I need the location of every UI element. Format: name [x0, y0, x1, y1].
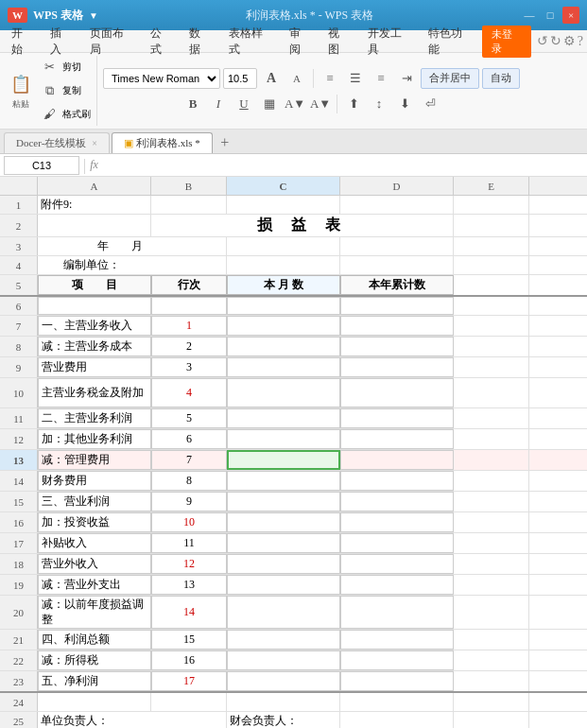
cell-C11[interactable]	[227, 408, 340, 428]
menu-insert[interactable]: 插入	[43, 24, 79, 60]
cell-B7[interactable]: 1	[151, 316, 227, 336]
cell-C7[interactable]	[227, 316, 340, 336]
menu-view[interactable]: 视图	[320, 24, 357, 60]
cut-button[interactable]: ✂	[38, 56, 60, 78]
cell-B18[interactable]: 12	[151, 554, 227, 574]
cell-E14[interactable]	[454, 471, 529, 491]
italic-button[interactable]: I	[207, 93, 230, 115]
cell-C13[interactable]	[227, 450, 340, 470]
cell-C14[interactable]	[227, 471, 340, 491]
menu-features[interactable]: 特色功能	[421, 24, 480, 60]
cell-E2[interactable]	[454, 215, 529, 236]
cell-C19[interactable]	[227, 575, 340, 595]
cell-C12[interactable]	[227, 429, 340, 449]
auto-button[interactable]: 自动	[482, 68, 520, 89]
cell-D19[interactable]	[340, 575, 454, 595]
doc-tab-docer-close[interactable]: ×	[92, 138, 97, 148]
cell-E19[interactable]	[454, 575, 529, 595]
cell-D20[interactable]	[340, 596, 454, 629]
cell-E17[interactable]	[454, 533, 529, 553]
cell-A9[interactable]: 营业费用	[38, 357, 151, 377]
cell-E15[interactable]	[454, 492, 529, 511]
cell-C15[interactable]	[227, 492, 340, 511]
cell-A5[interactable]: 项 目	[38, 275, 151, 295]
cell-A22[interactable]: 减：所得税	[38, 650, 151, 670]
cell-B14[interactable]: 8	[151, 471, 227, 491]
cell-A14[interactable]: 财务费用	[38, 471, 151, 491]
cell-A3[interactable]: 年 月	[38, 237, 227, 255]
col-header-C[interactable]: C	[227, 177, 340, 195]
cell-B24[interactable]	[151, 693, 227, 711]
dropdown-arrow[interactable]: ▼	[89, 10, 98, 21]
cell-B10[interactable]: 4	[151, 378, 227, 407]
cell-D11[interactable]	[340, 408, 454, 428]
cell-B15[interactable]: 9	[151, 492, 227, 511]
cell-E13[interactable]	[454, 450, 529, 470]
menu-page-layout[interactable]: 页面布局	[82, 24, 142, 60]
cell-D23[interactable]	[340, 671, 454, 691]
valign-mid-button[interactable]: ↕	[368, 93, 390, 115]
cell-B17[interactable]: 11	[151, 533, 227, 553]
doc-tab-add-button[interactable]: +	[215, 132, 235, 153]
align-right-button[interactable]: ≡	[370, 67, 392, 90]
cell-E10[interactable]	[454, 378, 529, 407]
cell-B9[interactable]: 3	[151, 357, 227, 377]
font-size-input[interactable]	[223, 68, 257, 89]
cell-A1[interactable]: 附件9:	[38, 196, 151, 214]
font-color-button[interactable]: A▼	[309, 93, 332, 115]
cell-D3[interactable]	[340, 237, 454, 255]
cell-D7[interactable]	[340, 316, 454, 336]
cell-E18[interactable]	[454, 554, 529, 574]
cell-A11[interactable]: 二、主营业务利润	[38, 408, 151, 428]
menu-table-style[interactable]: 表格样式	[221, 24, 281, 60]
cell-B22[interactable]: 16	[151, 650, 227, 670]
cell-A6[interactable]	[38, 297, 151, 315]
cell-D6[interactable]	[340, 297, 454, 315]
cell-E4[interactable]	[454, 256, 529, 274]
menu-dev-tools[interactable]: 开发工具	[360, 24, 420, 60]
cell-B19[interactable]: 13	[151, 575, 227, 595]
redo-icon[interactable]: ↻	[550, 33, 561, 49]
cell-A13[interactable]: 减：管理费用	[38, 450, 151, 470]
bold-button[interactable]: B	[181, 93, 204, 115]
minimize-button[interactable]: —	[521, 7, 538, 24]
cell-A7[interactable]: 一、主营业务收入	[38, 316, 151, 336]
cell-D13[interactable]	[340, 450, 454, 470]
cell-A4[interactable]: 编制单位：	[38, 256, 227, 274]
cell-D9[interactable]	[340, 357, 454, 377]
cell-A10[interactable]: 主营业务税金及附加	[38, 378, 151, 407]
maximize-button[interactable]: □	[542, 7, 559, 24]
cell-E9[interactable]	[454, 357, 529, 377]
cell-B23[interactable]: 17	[151, 671, 227, 691]
cell-A18[interactable]: 营业外收入	[38, 554, 151, 574]
cell-A21[interactable]: 四、利润总额	[38, 630, 151, 650]
cell-A17[interactable]: 补贴收入	[38, 533, 151, 553]
col-header-D[interactable]: D	[340, 177, 454, 195]
cell-E6[interactable]	[454, 297, 529, 315]
cell-E7[interactable]	[454, 316, 529, 336]
cell-B12[interactable]: 6	[151, 429, 227, 449]
name-box[interactable]	[4, 156, 79, 175]
cell-D14[interactable]	[340, 471, 454, 491]
cell-D5[interactable]: 本年累计数	[340, 275, 454, 295]
cell-E5[interactable]	[454, 275, 529, 295]
cell-A15[interactable]: 三、营业利润	[38, 492, 151, 511]
underline-button[interactable]: U	[233, 93, 255, 115]
cell-B5[interactable]: 行次	[151, 275, 227, 295]
wrap-button[interactable]: ⏎	[419, 93, 441, 115]
cell-B16[interactable]: 10	[151, 512, 227, 532]
cell-B13[interactable]: 7	[151, 450, 227, 470]
increase-font-button[interactable]: A	[260, 67, 283, 90]
cell-C22[interactable]	[227, 650, 340, 670]
cell-C6[interactable]	[227, 297, 340, 315]
formula-input[interactable]	[102, 156, 583, 175]
cell-C21[interactable]	[227, 630, 340, 650]
cell-D16[interactable]	[340, 512, 454, 532]
doc-tab-docer[interactable]: Docer-在线模板 ×	[4, 132, 110, 153]
cell-A12[interactable]: 加：其他业务利润	[38, 429, 151, 449]
cell-A23[interactable]: 五、净利润	[38, 671, 151, 691]
fill-color-button[interactable]: A▼	[284, 93, 306, 115]
cell-C17[interactable]	[227, 533, 340, 553]
menu-start[interactable]: 开始	[4, 24, 41, 60]
align-left-button[interactable]: ≡	[319, 67, 341, 90]
